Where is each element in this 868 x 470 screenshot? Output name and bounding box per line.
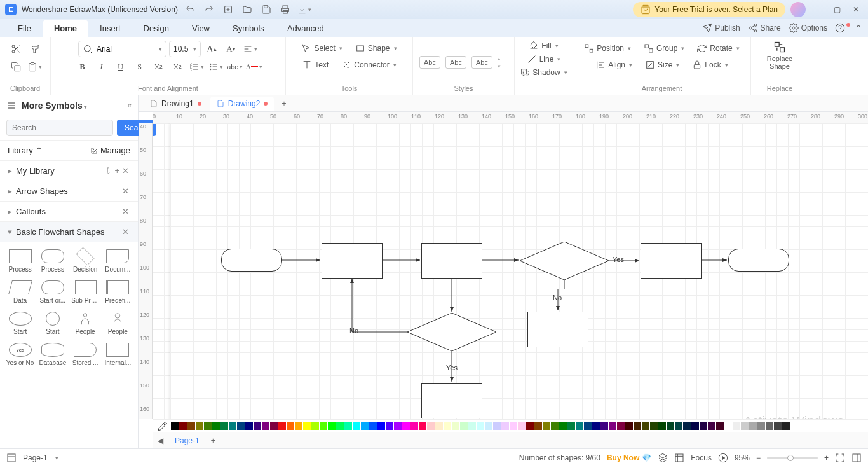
- decrease-font-button[interactable]: A▾: [222, 41, 239, 57]
- page-layout-button[interactable]: [6, 453, 17, 463]
- canvas[interactable]: Yes No No Yes: [153, 123, 868, 419]
- color-swatch[interactable]: [617, 422, 625, 430]
- shape-process[interactable]: Process: [5, 247, 35, 275]
- zoom-in-button[interactable]: +: [824, 453, 829, 462]
- shape-people-2[interactable]: People: [103, 309, 133, 338]
- color-swatch[interactable]: [303, 422, 311, 430]
- zoom-slider[interactable]: [767, 457, 818, 459]
- menu-insert[interactable]: Insert: [88, 20, 132, 37]
- flowchart-terminator-start[interactable]: [221, 249, 282, 272]
- superscript-button[interactable]: X2: [151, 59, 167, 75]
- menu-advanced[interactable]: Advanced: [276, 20, 336, 37]
- color-swatch[interactable]: [452, 422, 459, 430]
- color-swatch[interactable]: [559, 422, 567, 430]
- zoom-level[interactable]: 95%: [735, 453, 750, 462]
- shape-process-2[interactable]: Process: [37, 247, 67, 275]
- color-swatch[interactable]: [353, 422, 360, 430]
- color-swatch[interactable]: [600, 422, 608, 430]
- color-swatch[interactable]: [402, 422, 410, 430]
- doc-tab-1[interactable]: Drawing1: [144, 97, 208, 111]
- color-swatch[interactable]: [187, 422, 195, 430]
- shape-yesno[interactable]: YesYes or No: [5, 340, 35, 369]
- collapse-panel-button[interactable]: «: [127, 101, 132, 110]
- connector-tool-button[interactable]: Connector▾: [336, 57, 401, 73]
- color-swatch[interactable]: [518, 422, 526, 430]
- menu-file[interactable]: File: [6, 20, 43, 37]
- color-swatch[interactable]: [328, 422, 336, 430]
- save-button[interactable]: [259, 3, 273, 17]
- color-swatch[interactable]: [609, 422, 616, 430]
- menu-home[interactable]: Home: [43, 20, 88, 37]
- color-swatch[interactable]: [336, 422, 344, 430]
- export-button[interactable]: ▾: [297, 3, 311, 17]
- flowchart-process-4[interactable]: [527, 312, 588, 347]
- color-swatch[interactable]: [369, 422, 377, 430]
- styles-up[interactable]: ▴: [498, 55, 501, 62]
- callouts-item[interactable]: Callouts: [16, 207, 46, 216]
- color-swatch[interactable]: [394, 422, 402, 430]
- color-swatch[interactable]: [592, 422, 600, 430]
- color-swatch[interactable]: [543, 422, 550, 430]
- size-button[interactable]: Size▾: [640, 57, 684, 73]
- flowchart-terminator-end[interactable]: [728, 249, 789, 272]
- color-swatch[interactable]: [584, 422, 592, 430]
- shape-tool-button[interactable]: Shape▾: [350, 41, 402, 56]
- color-swatch[interactable]: [774, 422, 782, 430]
- callouts-close[interactable]: ✕: [121, 207, 130, 216]
- bullets-button[interactable]: ▾: [208, 59, 224, 75]
- color-swatch[interactable]: [287, 422, 294, 430]
- color-swatch[interactable]: [254, 422, 261, 430]
- shape-database[interactable]: Database: [37, 340, 67, 369]
- minimize-button[interactable]: —: [811, 3, 825, 17]
- color-swatch[interactable]: [220, 422, 228, 430]
- shape-internal[interactable]: Internal...: [103, 340, 133, 369]
- color-swatch[interactable]: [658, 422, 666, 430]
- user-avatar[interactable]: [790, 2, 806, 17]
- flowchart-decision-1[interactable]: [520, 242, 609, 280]
- shape-start-ellipse[interactable]: Start: [5, 309, 35, 338]
- style-preset-1[interactable]: Abc: [419, 56, 440, 69]
- color-swatch[interactable]: [460, 422, 468, 430]
- strikethrough-button[interactable]: S: [132, 59, 148, 75]
- color-swatch[interactable]: [171, 422, 179, 430]
- flowchart-process-5[interactable]: [421, 383, 482, 418]
- my-library-import[interactable]: ⇩: [104, 166, 113, 176]
- color-swatch[interactable]: [377, 422, 385, 430]
- share-button[interactable]: Share: [748, 23, 781, 33]
- color-swatch[interactable]: [501, 422, 509, 430]
- menu-symbols[interactable]: Symbols: [221, 20, 276, 37]
- buy-now-link[interactable]: Buy Now 💎: [607, 453, 651, 462]
- options-button[interactable]: Options: [789, 23, 827, 33]
- print-button[interactable]: [278, 3, 292, 17]
- color-swatch[interactable]: [766, 422, 773, 430]
- shape-stored[interactable]: Stored ...: [71, 340, 100, 369]
- zoom-out-button[interactable]: −: [756, 453, 761, 462]
- library-label[interactable]: Library: [8, 146, 33, 155]
- close-button[interactable]: ✕: [849, 3, 863, 17]
- help-button[interactable]: [835, 23, 848, 33]
- group-button[interactable]: Group▾: [639, 41, 689, 56]
- color-swatch[interactable]: [716, 422, 724, 430]
- flowchart-process-1[interactable]: [322, 243, 383, 279]
- font-family-combo[interactable]: ▾: [78, 41, 166, 57]
- symbols-search-input[interactable]: [6, 120, 113, 136]
- align-button[interactable]: Align▾: [590, 57, 637, 73]
- color-swatch[interactable]: [278, 422, 286, 430]
- color-swatch[interactable]: [667, 422, 674, 430]
- shape-start-circle[interactable]: Start: [37, 309, 67, 338]
- panel-toggle-button[interactable]: [851, 453, 862, 463]
- basic-flowchart-item[interactable]: Basic Flowchart Shapes: [16, 227, 104, 237]
- color-swatch[interactable]: [576, 422, 583, 430]
- cut-button[interactable]: [8, 41, 24, 57]
- color-swatch[interactable]: [741, 422, 749, 430]
- replace-shape-button[interactable]: Replace Shape: [757, 55, 802, 70]
- add-page-button[interactable]: +: [211, 436, 215, 445]
- color-swatch[interactable]: [229, 422, 236, 430]
- redo-button[interactable]: [202, 3, 216, 17]
- color-swatch[interactable]: [567, 422, 575, 430]
- collapse-ribbon-button[interactable]: ⌃: [855, 24, 862, 32]
- color-swatch[interactable]: [435, 422, 443, 430]
- flowchart-process-2[interactable]: [421, 243, 482, 279]
- menu-design[interactable]: Design: [132, 20, 180, 37]
- color-swatch[interactable]: [691, 422, 699, 430]
